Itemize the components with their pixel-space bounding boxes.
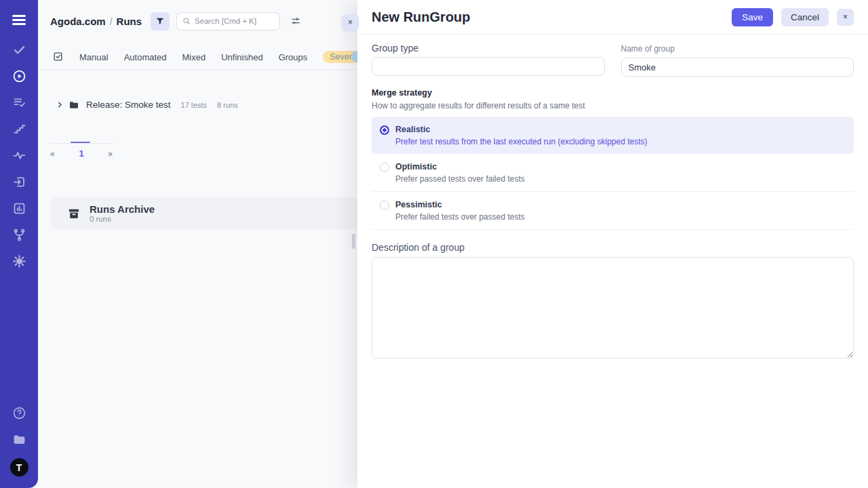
pagination-prev-button[interactable]: « <box>50 149 55 159</box>
option-text: Realistic Prefer test results from the l… <box>395 125 648 146</box>
pagination: « 1 » <box>50 148 113 159</box>
archive-box-icon <box>67 207 81 220</box>
help-icon[interactable] <box>12 405 26 420</box>
runs-filter-tabs: Manual Automated Mixed Unfinished Groups… <box>38 45 357 70</box>
sidebar-nav <box>12 42 26 268</box>
radio-selected-icon[interactable] <box>380 125 389 135</box>
search-input[interactable] <box>195 17 274 25</box>
merge-strategy-hint: How to aggregate results for different r… <box>372 101 854 110</box>
option-text: Optimistic Prefer passed tests over fail… <box>395 162 525 184</box>
breadcrumb-project[interactable]: Agoda.com <box>50 16 106 27</box>
menu-icon[interactable] <box>12 10 26 29</box>
radio-unselected-icon[interactable] <box>380 201 389 210</box>
modal-title: New RunGroup <box>372 9 732 25</box>
group-name-input[interactable] <box>621 58 854 77</box>
pagination-active-indicator <box>71 142 90 143</box>
option-description: Prefer passed tests over failed tests <box>395 174 525 184</box>
option-title: Pessimistic <box>395 200 525 210</box>
modal-body: Group type Name of group Merge strategy … <box>357 35 868 361</box>
panel-scrollbar-thumb[interactable] <box>352 234 355 249</box>
analytics-icon[interactable] <box>12 201 26 216</box>
option-description: Prefer test results from the last execut… <box>395 137 648 146</box>
tab-manual[interactable]: Manual <box>79 52 108 62</box>
modal-close-button[interactable]: × <box>837 9 854 26</box>
steps-icon[interactable] <box>12 121 26 136</box>
runs-archive-row[interactable]: Runs Archive 0 runs <box>51 197 357 229</box>
tab-mixed[interactable]: Mixed <box>182 52 206 62</box>
view-settings-button[interactable] <box>288 13 304 29</box>
new-rungroup-modal: New RunGroup Save Cancel × Group type Na… <box>357 0 868 488</box>
settings-gear-icon[interactable] <box>12 253 26 268</box>
archive-title: Runs Archive <box>90 203 155 215</box>
tab-unfinished[interactable]: Unfinished <box>221 52 262 62</box>
group-type-label: Group type <box>372 43 605 54</box>
option-realistic[interactable]: Realistic Prefer test results from the l… <box>372 117 854 154</box>
panel-close-button[interactable]: × <box>342 14 359 30</box>
breadcrumb-separator: / <box>110 16 113 27</box>
tab-groups[interactable]: Groups <box>279 52 308 62</box>
archive-text: Runs Archive 0 runs <box>90 203 155 224</box>
modal-header: New RunGroup Save Cancel × <box>357 0 868 35</box>
filter-button[interactable] <box>151 12 170 30</box>
breadcrumb-page: Runs <box>117 16 142 27</box>
tests-count: 17 tests <box>181 101 208 109</box>
group-name-field: Name of group <box>621 43 854 77</box>
projects-folder-icon[interactable] <box>12 432 26 447</box>
pulse-icon[interactable] <box>12 148 26 163</box>
save-button[interactable]: Save <box>732 8 773 26</box>
run-group-title[interactable]: Release: Smoke test <box>86 100 171 110</box>
select-all-icon[interactable] <box>52 51 64 63</box>
search-box[interactable] <box>176 12 280 30</box>
breadcrumb: Agoda.com/Runs <box>50 16 142 27</box>
option-pessimistic[interactable]: Pessimistic Prefer failed tests over pas… <box>372 191 854 230</box>
group-name-label: Name of group <box>621 44 854 54</box>
option-text: Pessimistic Prefer failed tests over pas… <box>395 200 525 222</box>
cancel-button[interactable]: Cancel <box>781 8 829 26</box>
runs-panel-header: Agoda.com/Runs <box>38 0 357 42</box>
tests-check-icon[interactable] <box>12 42 26 57</box>
runs-panel: Agoda.com/Runs Manual Automated Mixed Un… <box>38 0 357 488</box>
runs-count: 8 runs <box>217 101 238 109</box>
plans-list-check-icon[interactable] <box>12 95 26 110</box>
option-description: Prefer failed tests over passed tests <box>395 212 525 222</box>
option-title: Optimistic <box>395 162 525 172</box>
import-icon[interactable] <box>12 174 26 189</box>
option-optimistic[interactable]: Optimistic Prefer passed tests over fail… <box>372 154 854 191</box>
search-icon <box>182 17 191 25</box>
group-type-input[interactable] <box>372 57 605 76</box>
app: T Agoda.com/Runs Manual Automated <box>0 0 868 488</box>
description-textarea[interactable] <box>372 257 854 359</box>
merge-strategy-options: Realistic Prefer test results from the l… <box>372 117 854 230</box>
pagination-page-1[interactable]: 1 <box>79 148 83 159</box>
sidebar: T <box>0 0 38 488</box>
branches-icon[interactable] <box>12 227 26 242</box>
merge-strategy-label: Merge strategy <box>372 88 854 98</box>
pagination-next-button[interactable]: » <box>108 149 113 159</box>
description-label: Description of a group <box>372 242 854 253</box>
pagination-divider <box>50 143 113 144</box>
radio-unselected-icon[interactable] <box>380 163 389 172</box>
run-group-row[interactable]: Release: Smoke test 17 tests 8 runs <box>38 96 357 114</box>
group-type-field: Group type <box>372 43 605 77</box>
chevron-right-icon[interactable] <box>56 101 64 108</box>
sliders-icon <box>290 16 301 26</box>
option-title: Realistic <box>395 125 648 135</box>
tab-automated[interactable]: Automated <box>124 52 167 62</box>
archive-count: 0 runs <box>90 215 155 224</box>
sidebar-bottom: T <box>10 405 28 476</box>
folder-icon <box>68 100 79 110</box>
avatar[interactable]: T <box>10 458 28 476</box>
runs-play-icon[interactable] <box>12 68 26 83</box>
funnel-icon <box>155 16 165 26</box>
